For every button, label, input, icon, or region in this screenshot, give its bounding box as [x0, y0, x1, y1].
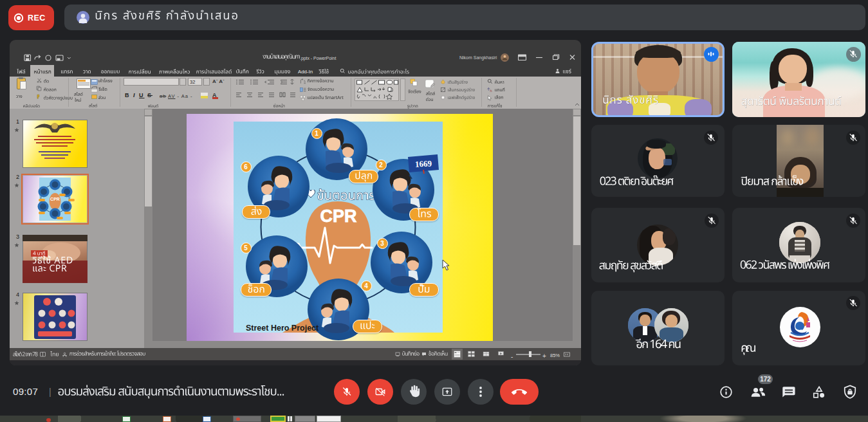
svg-text:1669: 1669 — [415, 158, 432, 169]
svg-text:CPR: CPR — [320, 206, 356, 226]
svg-text:CPR: CPR — [50, 197, 60, 201]
